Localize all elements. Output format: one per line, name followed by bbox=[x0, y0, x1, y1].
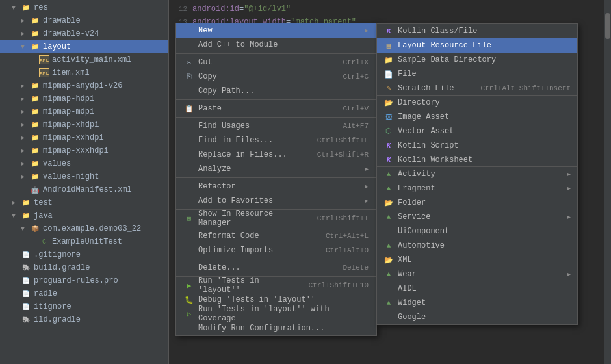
menu-item-new[interactable]: New ▶ K Kotlin Class/File ▤ Layout Resou… bbox=[176, 23, 376, 38]
submenu-item-sample-data[interactable]: 📁 Sample Data Directory bbox=[377, 53, 577, 67]
tree-item-proguard[interactable]: ▶ 📄 proguard-rules.pro bbox=[0, 274, 168, 287]
tree-item-drawable[interactable]: ▶ 📁 drawable bbox=[0, 14, 168, 27]
submenu-arrow-icon: ▶ bbox=[567, 270, 571, 278]
submenu-item-folder[interactable]: 📂 Folder bbox=[377, 196, 577, 210]
menu-divider bbox=[176, 53, 376, 54]
submenu-item-kotlin-worksheet[interactable]: K Kotlin Worksheet bbox=[377, 153, 577, 167]
arrow-icon: ▶ bbox=[21, 17, 30, 25]
menu-item-copy[interactable]: ⎘ Copy Ctrl+C bbox=[176, 70, 376, 84]
tree-item-java[interactable]: ▼ 📁 java bbox=[0, 209, 168, 222]
menu-label: Add to Favorites bbox=[198, 196, 362, 205]
arrow-icon: ▼ bbox=[21, 44, 30, 51]
menu-item-analyze[interactable]: Analyze ▶ bbox=[176, 162, 376, 176]
submenu-item-fragment[interactable]: ▲ Fragment ▶ bbox=[377, 181, 577, 196]
submenu-label: Folder bbox=[398, 198, 571, 207]
submenu-arrow-icon: ▶ bbox=[365, 27, 369, 34]
submenu-new: K Kotlin Class/File ▤ Layout Resource Fi… bbox=[376, 23, 578, 325]
tree-label: proguard-rules.pro bbox=[34, 276, 118, 285]
tree-item-manifest[interactable]: ▶ 🤖 AndroidManifest.xml bbox=[0, 183, 168, 196]
file-icon: 📄 bbox=[384, 70, 394, 79]
tree-item-values-night[interactable]: ▶ 📁 values-night bbox=[0, 170, 168, 183]
tree-item-item-xml[interactable]: ▶ XML item.xml bbox=[0, 66, 168, 79]
submenu-item-vector-asset[interactable]: ⬡ Vector Asset bbox=[377, 124, 577, 138]
menu-item-copy-path[interactable]: Copy Path... bbox=[176, 84, 376, 98]
tree-item-mipmap-xhdpi[interactable]: ▶ 📁 mipmap-xhdpi bbox=[0, 118, 168, 131]
submenu-item-image-asset[interactable]: 🖼 Image Asset bbox=[377, 110, 577, 124]
submenu-label: Image Asset bbox=[398, 112, 571, 122]
menu-item-coverage[interactable]: ▷ Run 'Tests in 'layout'' with Coverage bbox=[176, 307, 376, 321]
submenu-item-kotlin-class[interactable]: K Kotlin Class/File bbox=[377, 24, 577, 38]
folder-icon: 📁 bbox=[30, 16, 40, 25]
menu-item-cut[interactable]: ✂ Cut Ctrl+X bbox=[176, 55, 376, 70]
submenu-arrow-icon: ▶ bbox=[365, 165, 369, 173]
menu-item-run[interactable]: ▶ Run 'Tests in 'layout'' Ctrl+Shift+F10 bbox=[176, 278, 376, 292]
submenu-item-kotlin-script[interactable]: K Kotlin Script bbox=[377, 138, 577, 153]
tree-item-layout[interactable]: ▼ 📁 layout bbox=[0, 40, 168, 53]
menu-label: Replace in Files... bbox=[198, 150, 304, 159]
menu-item-favorites[interactable]: Add to Favorites ▶ bbox=[176, 194, 376, 208]
menu-item-find-files[interactable]: Find in Files... Ctrl+Shift+F bbox=[176, 133, 376, 148]
menu-item-resource-mgr[interactable]: ⊞ Show In Resource Manager Ctrl+Shift+T bbox=[176, 211, 376, 226]
submenu-item-scratch[interactable]: ✎ Scratch File Ctrl+Alt+Shift+Insert bbox=[377, 81, 577, 96]
submenu-label: Google bbox=[398, 313, 571, 322]
submenu-item-service[interactable]: ▲ Service ▶ bbox=[377, 210, 577, 224]
tree-item-values[interactable]: ▶ 📁 values bbox=[0, 157, 168, 170]
context-menu-overlay: New ▶ K Kotlin Class/File ▤ Layout Resou… bbox=[169, 0, 611, 364]
submenu-item-activity[interactable]: ▲ Activity ▶ bbox=[377, 167, 577, 181]
tree-label: radle bbox=[34, 289, 57, 298]
arrow-icon: ▶ bbox=[21, 147, 30, 155]
activity-icon: ▲ bbox=[384, 170, 394, 178]
tree-item-radle[interactable]: ▶ 📄 radle bbox=[0, 287, 168, 300]
tree-item-gitignore[interactable]: ▶ 📄 .gitignore bbox=[0, 248, 168, 261]
menu-item-replace-files[interactable]: Replace in Files... Ctrl+Shift+R bbox=[176, 148, 376, 162]
menu-label-new: New bbox=[198, 26, 362, 35]
menu-item-reformat[interactable]: Reformat Code Ctrl+Alt+L bbox=[176, 229, 376, 243]
shortcut-text: Alt+F7 bbox=[343, 122, 369, 130]
submenu-item-file[interactable]: 📄 File bbox=[377, 67, 577, 81]
tree-item-mipmap-xxxhdpi[interactable]: ▶ 📁 mipmap-xxxhdpi bbox=[0, 144, 168, 157]
menu-item-add-cpp[interactable]: Add C++ to Module bbox=[176, 38, 376, 52]
menu-item-delete[interactable]: Delete... Delete bbox=[176, 261, 376, 275]
submenu-item-wear[interactable]: ▲ Wear ▶ bbox=[377, 267, 577, 281]
tree-label: ExampleUnitTest bbox=[52, 237, 122, 246]
tree-item-activity-main[interactable]: ▶ XML activity_main.xml bbox=[0, 53, 168, 66]
manifest-icon: 🤖 bbox=[30, 185, 40, 194]
menu-item-find-usages[interactable]: Find Usages Alt+F7 bbox=[176, 119, 376, 133]
folder-icon: 📁 bbox=[21, 198, 31, 207]
submenu-item-uicomponent[interactable]: UiComponent bbox=[377, 224, 577, 239]
submenu-item-automotive[interactable]: ▲ Automotive bbox=[377, 239, 577, 253]
folder-icon: 📁 bbox=[30, 159, 40, 168]
tree-item-ild-gradle[interactable]: ▶ 🐘 ild.gradle bbox=[0, 313, 168, 326]
tree-item-mipmap-xxhdpi[interactable]: ▶ 📁 mipmap-xxhdpi bbox=[0, 131, 168, 144]
submenu-label: Automotive bbox=[398, 241, 571, 250]
menu-item-refactor[interactable]: Refactor ▶ bbox=[176, 179, 376, 194]
tree-item-res[interactable]: ▼ 📁 res bbox=[0, 1, 168, 14]
submenu-item-layout-resource[interactable]: ▤ Layout Resource File bbox=[377, 38, 577, 53]
tree-label: test bbox=[34, 198, 53, 207]
submenu-item-aidl[interactable]: AIDL bbox=[377, 281, 577, 296]
submenu-item-xml[interactable]: 📂 XML bbox=[377, 253, 577, 267]
folder-icon: 📁 bbox=[30, 146, 40, 155]
tree-item-mipmap-mdpi[interactable]: ▶ 📁 mipmap-mdpi bbox=[0, 105, 168, 118]
tree-item-mipmap-hdpi[interactable]: ▶ 📁 mipmap-hdpi bbox=[0, 92, 168, 105]
tree-item-exampletest[interactable]: ▶ C ExampleUnitTest bbox=[0, 235, 168, 248]
submenu-item-directory[interactable]: 📂 Directory bbox=[377, 96, 577, 110]
coverage-icon: ▷ bbox=[184, 310, 194, 318]
menu-label: Paste bbox=[198, 104, 330, 113]
tree-item-build-gradle[interactable]: ▶ 🐘 build.gradle bbox=[0, 261, 168, 274]
menu-item-modify-run[interactable]: Modify Run Configuration... bbox=[176, 321, 376, 335]
tree-item-package[interactable]: ▼ 📦 com.example.demo03_22 bbox=[0, 222, 168, 235]
submenu-label: Wear bbox=[398, 270, 567, 279]
menu-item-paste[interactable]: 📋 Paste Ctrl+V bbox=[176, 101, 376, 116]
submenu-item-google[interactable]: Google bbox=[377, 310, 577, 324]
menu-label: Run 'Tests in 'layout'' bbox=[198, 276, 296, 294]
submenu-item-widget[interactable]: ▲ Widget bbox=[377, 296, 577, 310]
menu-label: Copy bbox=[198, 72, 330, 81]
submenu-label: Layout Resource File bbox=[398, 41, 571, 50]
tree-item-test[interactable]: ▶ 📁 test bbox=[0, 196, 168, 209]
menu-item-optimize[interactable]: Optimize Imports Ctrl+Alt+O bbox=[176, 243, 376, 257]
arrow-icon: ▶ bbox=[21, 134, 30, 142]
tree-item-itignore[interactable]: ▶ 📄 itignore bbox=[0, 300, 168, 313]
tree-item-drawable-v24[interactable]: ▶ 📁 drawable-v24 bbox=[0, 27, 168, 40]
tree-item-mipmap-anydpi[interactable]: ▶ 📁 mipmap-anydpi-v26 bbox=[0, 79, 168, 92]
